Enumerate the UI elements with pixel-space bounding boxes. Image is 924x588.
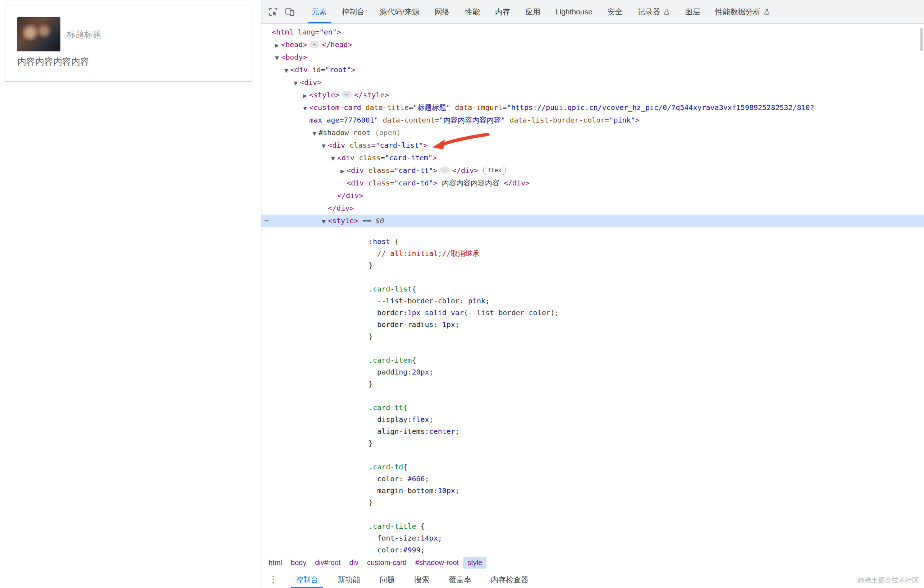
- code-token: (open): [371, 128, 401, 137]
- tree-line[interactable]: <html lang="en">: [261, 26, 924, 38]
- collapse-arrow-icon[interactable]: ▼: [310, 127, 318, 140]
- code-token: =: [390, 179, 394, 187]
- drawer-tab-搜索[interactable]: 搜索: [404, 571, 439, 588]
- scrollbar-thumb[interactable]: [920, 28, 923, 51]
- tree-line[interactable]: ▼<div class="card-item">: [261, 152, 924, 164]
- overflow-menu-icon[interactable]: ⋯: [264, 214, 269, 227]
- code-token: data-list-border-color: [505, 116, 605, 124]
- code-token: "root": [325, 66, 351, 74]
- card-list: 标题标题 内容内容内容内容: [5, 5, 252, 82]
- code-token: </style>: [354, 91, 389, 99]
- code-token: ;: [429, 368, 434, 376]
- collapse-arrow-icon[interactable]: ▼: [282, 64, 290, 77]
- css-line: }: [368, 260, 924, 271]
- code-token: >: [433, 166, 437, 175]
- code-token: .card-list: [368, 285, 412, 293]
- devtools-tab-应用[interactable]: 应用: [518, 0, 548, 23]
- breadcrumb-item-style[interactable]: style: [463, 557, 487, 568]
- code-token: {: [416, 522, 425, 530]
- code-token: lang: [294, 28, 315, 36]
- css-line: }: [368, 497, 924, 509]
- devtools-panel: 元素控制台源代码/来源网络性能内存应用Lighthouse安全记录器图层性能数据…: [261, 0, 924, 588]
- breadcrumb-item-custom-card[interactable]: custom-card: [363, 557, 411, 568]
- devtools-tab-内存[interactable]: 内存: [488, 0, 518, 23]
- tab-label: 控制台: [342, 7, 365, 17]
- code-token: =: [371, 141, 375, 150]
- tree-line[interactable]: ▶<style>⋯</style>: [261, 89, 924, 101]
- collapse-arrow-icon[interactable]: ▼: [320, 215, 328, 228]
- tree-line[interactable]: ▶<head>⋯</head>: [261, 38, 924, 51]
- breadcrumb-item-html[interactable]: html: [264, 557, 287, 568]
- inspect-element-icon[interactable]: [265, 3, 282, 20]
- tree-line[interactable]: ▼<body>: [261, 51, 924, 64]
- drawer-tab-内存检查器[interactable]: 内存检查器: [481, 571, 538, 588]
- card-content: 内容内容内容内容: [17, 56, 240, 68]
- tree-line[interactable]: <div class="card-td"> 内容内容内容内容 </div>: [261, 177, 924, 189]
- code-token: 20px: [412, 368, 429, 376]
- devtools-tab-性能数据分析[interactable]: 性能数据分析: [708, 0, 778, 23]
- css-line: .card-td{: [368, 461, 924, 473]
- code-token: (--list-border-color);: [464, 308, 559, 317]
- tree-line[interactable]: ▼<div id="root">: [261, 64, 924, 76]
- collapse-arrow-icon[interactable]: ▼: [329, 152, 337, 165]
- watermark: @稀土掘金技术社区: [858, 576, 919, 585]
- breadcrumb-item-#shadow-root[interactable]: #shadow-root: [411, 557, 463, 568]
- tree-line[interactable]: ▼<div>: [261, 76, 924, 89]
- collapsed-content-ellipsis[interactable]: ⋯: [440, 166, 450, 174]
- tree-line[interactable]: ▼<custom-card data-title="标题标题" data-img…: [261, 101, 924, 114]
- tree-line[interactable]: ▼#shadow-root (open): [261, 127, 924, 139]
- breadcrumb-item-div[interactable]: div: [345, 557, 363, 568]
- code-token: =: [321, 66, 325, 74]
- code-token: 10px: [438, 486, 455, 495]
- code-token: class: [364, 179, 390, 187]
- collapse-arrow-icon[interactable]: ▼: [292, 77, 300, 89]
- devtools-tab-bar: 元素控制台源代码/来源网络性能内存应用Lighthouse安全记录器图层性能数据…: [304, 0, 778, 23]
- tree-line[interactable]: ⋯▼<style> == $0: [261, 214, 924, 227]
- devtools-tab-源代码/来源[interactable]: 源代码/来源: [372, 0, 427, 23]
- screenshot-root: 标题标题 内容内容内容内容: [0, 0, 924, 588]
- toggle-device-toolbar-icon[interactable]: [282, 3, 298, 20]
- code-token: =: [503, 103, 507, 112]
- drawer-tab-控制台[interactable]: 控制台: [286, 571, 328, 588]
- collapse-arrow-icon[interactable]: ▼: [273, 52, 281, 64]
- code-token: "card-list": [375, 141, 423, 150]
- tree-line[interactable]: ▶<div class="card-tt">⋯</div>flex: [261, 164, 924, 177]
- expand-arrow-icon[interactable]: ▶: [338, 165, 346, 178]
- devtools-tab-网络[interactable]: 网络: [427, 0, 457, 23]
- flex-badge[interactable]: flex: [483, 166, 506, 175]
- code-token: {: [412, 356, 416, 364]
- code-token: <div: [328, 141, 345, 150]
- drawer-tab-覆盖率[interactable]: 覆盖率: [439, 571, 481, 588]
- collapse-arrow-icon[interactable]: ▼: [320, 140, 328, 152]
- css-line: display:flex;: [368, 414, 924, 425]
- expand-arrow-icon[interactable]: ▶: [301, 89, 309, 102]
- breadcrumb-item-div#root[interactable]: div#root: [311, 557, 345, 568]
- expand-arrow-icon[interactable]: ▶: [273, 39, 281, 52]
- code-token: <div: [337, 153, 355, 162]
- devtools-tab-Lighthouse[interactable]: Lighthouse: [548, 0, 600, 23]
- tree-line[interactable]: </div>: [261, 202, 924, 214]
- code-token: font-size: [377, 534, 416, 542]
- devtools-tab-性能[interactable]: 性能: [457, 0, 488, 23]
- collapsed-content-ellipsis[interactable]: ⋯: [310, 41, 319, 48]
- code-token: [368, 534, 377, 542]
- code-token: // all:initial;//取消继承: [377, 249, 480, 258]
- tree-line[interactable]: ▼<div class="card-list">: [261, 139, 924, 152]
- devtools-tab-安全[interactable]: 安全: [600, 0, 630, 23]
- devtools-tab-记录器[interactable]: 记录器: [630, 0, 678, 23]
- devtools-tab-元素[interactable]: 元素: [304, 0, 334, 23]
- drawer-menu-icon[interactable]: ⋮: [268, 574, 279, 585]
- drawer-tab-新功能[interactable]: 新功能: [328, 571, 370, 588]
- collapse-arrow-icon[interactable]: ▼: [301, 102, 309, 115]
- code-token: .card-td: [368, 463, 403, 471]
- tree-line[interactable]: max_age=7776001" data-content="内容内容内容内容"…: [261, 114, 924, 127]
- collapsed-content-ellipsis[interactable]: ⋯: [342, 91, 351, 98]
- devtools-tab-控制台[interactable]: 控制台: [334, 0, 372, 23]
- tree-line[interactable]: </div>: [261, 189, 924, 202]
- code-token: #999: [403, 545, 420, 554]
- devtools-tab-图层[interactable]: 图层: [678, 0, 708, 23]
- drawer-tab-问题[interactable]: 问题: [370, 571, 404, 588]
- css-line: }: [368, 378, 924, 390]
- code-token: [368, 415, 377, 424]
- breadcrumb-item-body[interactable]: body: [287, 557, 311, 568]
